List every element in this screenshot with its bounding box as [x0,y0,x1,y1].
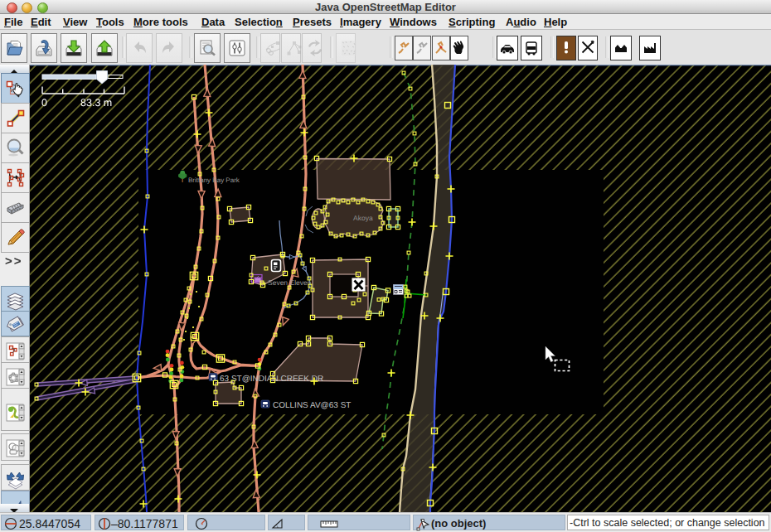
svg-text:COLLINS AV@63 ST: COLLINS AV@63 ST [273,401,351,410]
svg-text:Seven Eleven: Seven Eleven [268,278,312,287]
svg-text:0: 0 [41,97,47,109]
svg-text:Brittany Bay Park: Brittany Bay Park [188,177,240,184]
svg-text:83.3 m: 83.3 m [80,97,112,109]
svg-text:Akoya: Akoya [353,214,373,222]
